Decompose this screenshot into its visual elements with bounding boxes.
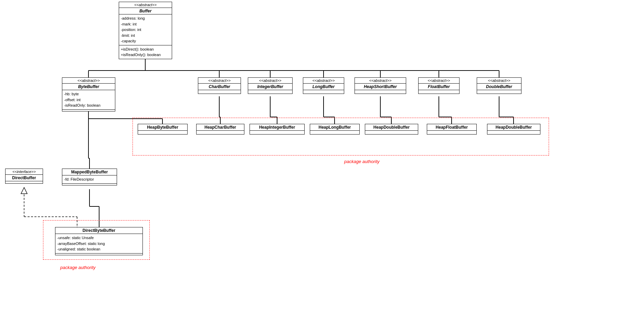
doublebuffer-classname: DoubleBuffer [477, 84, 521, 90]
directbytebuffer-name: DirectByteBuffer [55, 227, 142, 234]
directbytebuffer-class: DirectByteBuffer -unsafe: static Unsafe … [55, 227, 143, 255]
heapdoublebuffer2-name: HeapDoubleBuffer [487, 124, 540, 131]
heaplongbuffer-class: HeapLongBuffer [310, 124, 360, 135]
mappedbytebuffer-name: MappedByteBuffer [62, 169, 117, 175]
heapcharbuffer-class: HeapCharBuffer [196, 124, 244, 135]
integerbuffer-stereotype: <<abstract>> [248, 78, 292, 84]
heapshortbuffer-classname: HeapShortBuffer [355, 84, 406, 90]
directbuffer-class: <<interface>> DirectBuffer [5, 169, 43, 184]
mappedbytebuffer-class: MappedByteBuffer -fd: FileDescriptor [62, 169, 117, 185]
doublebuffer-class: <<abstract>> DoubleBuffer [477, 77, 521, 94]
buffer-stereotype: <<abstract>> [119, 2, 172, 8]
heapdoublebuffer1-name: HeapDoubleBuffer [365, 124, 418, 131]
buffer-class: <<abstract>> Buffer -address: long -mark… [119, 2, 172, 59]
directbuffer-name: DirectBuffer [6, 175, 43, 181]
floatbuffer-classname: FloatBuffer [419, 84, 459, 90]
heapdoublebuffer1-class: HeapDoubleBuffer [365, 124, 418, 135]
heapshortbuffer-stereotype: <<abstract>> [355, 78, 406, 84]
longbuffer-class: <<abstract>> LongBuffer [303, 77, 344, 94]
charbuffer-stereotype: <<abstract>> [198, 78, 241, 84]
directbytebuffer-attributes: -unsafe: static Unsafe -arrayBaseOffset:… [55, 234, 142, 254]
charbuffer-classname: CharBuffer [198, 84, 241, 90]
heapintegerbuffer-class: HeapIntegerBuffer [250, 124, 305, 135]
directbuffer-stereotype: <<interface>> [6, 169, 43, 175]
bytebuffer-class: <<abstract>> ByteBuffer -hb: byte -offse… [62, 77, 115, 111]
buffer-classname: Buffer [119, 8, 172, 14]
buffer-attributes: -address: long -mark: int -position: int… [119, 14, 172, 45]
mappedbytebuffer-attributes: -fd: FileDescriptor [62, 175, 117, 184]
charbuffer-class: <<abstract>> CharBuffer [198, 77, 241, 94]
heapbytebuffer-name: HeapByteBuffer [138, 124, 187, 131]
buffer-methods: +isDirect(): boolean +isReadOnly(): bool… [119, 45, 172, 59]
heapintegerbuffer-name: HeapIntegerBuffer [250, 124, 304, 131]
heapcharbuffer-name: HeapCharBuffer [197, 124, 244, 131]
integerbuffer-class: <<abstract>> IntegerBuffer [248, 77, 293, 94]
longbuffer-stereotype: <<abstract>> [303, 78, 344, 84]
heapfloatbuffer-name: HeapFloatBuffer [427, 124, 476, 131]
heapbytebuffer-class: HeapByteBuffer [138, 124, 188, 135]
heaplongbuffer-name: HeapLongBuffer [310, 124, 359, 131]
bytebuffer-attributes: -hb: byte -offset: int -isReadOnly: bool… [62, 90, 115, 110]
heapshortbuffer-class: <<abstract>> HeapShortBuffer [355, 77, 406, 94]
integerbuffer-classname: IntegerBuffer [248, 84, 292, 90]
top-package-label: package authority [344, 159, 380, 164]
bottom-package-label: package authority [60, 265, 96, 270]
floatbuffer-class: <<abstract>> FloatBuffer [418, 77, 460, 94]
svg-marker-57 [21, 187, 27, 194]
connections-svg [0, 0, 644, 311]
bytebuffer-classname: ByteBuffer [62, 84, 115, 90]
bytebuffer-stereotype: <<abstract>> [62, 78, 115, 84]
uml-diagram: <<abstract>> Buffer -address: long -mark… [0, 0, 644, 311]
heapfloatbuffer-class: HeapFloatBuffer [427, 124, 477, 135]
longbuffer-classname: LongBuffer [303, 84, 344, 90]
doublebuffer-stereotype: <<abstract>> [477, 78, 521, 84]
floatbuffer-stereotype: <<abstract>> [419, 78, 459, 84]
top-package-boundary [133, 118, 549, 156]
heapdoublebuffer2-class: HeapDoubleBuffer [487, 124, 540, 135]
